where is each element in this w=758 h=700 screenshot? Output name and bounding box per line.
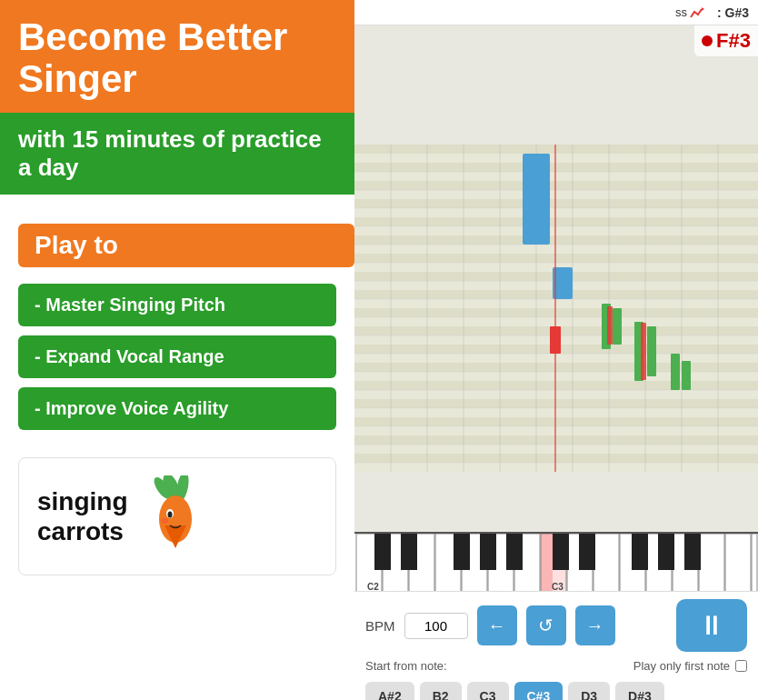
svg-rect-70 xyxy=(752,534,757,591)
benefits-list: - Master Singing Pitch - Expand Vocal Ra… xyxy=(18,284,336,430)
note-button-as2[interactable]: A#2 xyxy=(365,682,414,700)
hero-title: Become Better Singer xyxy=(0,0,354,113)
current-note-label: : G#3 xyxy=(717,5,749,20)
progress-link[interactable]: ss xyxy=(675,5,704,19)
note-bar-green-5 xyxy=(671,354,680,390)
chart-icon xyxy=(690,6,704,19)
svg-marker-8 xyxy=(702,7,704,11)
bpm-input[interactable] xyxy=(404,613,468,639)
note-bar-green-2 xyxy=(613,308,622,345)
carrot-logo-icon xyxy=(137,475,210,557)
svg-rect-80 xyxy=(684,534,701,570)
note-button-c3[interactable]: C3 xyxy=(467,682,509,700)
svg-point-6 xyxy=(167,512,172,518)
piano-roll-container: F#3 xyxy=(354,25,758,591)
note-buttons-row: A#2 B2 C3 C#3 D3 D#3 xyxy=(365,682,747,700)
svg-rect-78 xyxy=(632,534,648,570)
play-only-first-note: Play only first note xyxy=(633,659,747,673)
hero-title-text: Become Better Singer xyxy=(18,15,287,100)
key-label-c2: C2 xyxy=(367,582,379,591)
piano-keys-svg: C2 C3 xyxy=(354,534,758,591)
controls-row1: BPM ← ↺ → ⏸ xyxy=(365,599,747,652)
reset-button[interactable]: ↺ xyxy=(526,605,566,645)
svg-rect-64 xyxy=(593,534,619,591)
note-button-d3[interactable]: D3 xyxy=(568,682,610,700)
svg-rect-68 xyxy=(699,534,724,591)
note-button-b2[interactable]: B2 xyxy=(420,682,462,700)
note-button-cs3[interactable]: C#3 xyxy=(514,682,564,700)
note-bar-red-1 xyxy=(607,306,613,345)
svg-point-7 xyxy=(161,518,168,524)
svg-rect-75 xyxy=(506,534,523,570)
logo-text-line2: carrots xyxy=(37,516,128,547)
svg-rect-77 xyxy=(579,534,595,570)
prev-button[interactable]: ← xyxy=(477,605,517,645)
svg-rect-72 xyxy=(401,534,417,570)
benefit-item-3: - Improve Voice Agility xyxy=(18,387,336,430)
controls-area: BPM ← ↺ → ⏸ Start from note: Play only f… xyxy=(354,591,758,700)
key-label-c3: C3 xyxy=(552,582,564,591)
piano-keyboard: C2 C3 xyxy=(354,532,758,591)
note-button-ds3[interactable]: D#3 xyxy=(615,682,664,700)
hero-subtitle-text: with 15 minutes of practice a day xyxy=(18,125,322,181)
piano-roll-svg xyxy=(354,25,758,591)
hero-subtitle: with 15 minutes of practice a day xyxy=(0,113,354,195)
note-bar-green-4 xyxy=(647,326,656,376)
logo-area: singing carrots xyxy=(18,457,336,575)
benefit-item-1: - Master Singing Pitch xyxy=(18,284,336,326)
bpm-label: BPM xyxy=(365,618,395,634)
logo-text-line1: singing xyxy=(37,486,128,517)
left-panel: Become Better Singer with 15 minutes of … xyxy=(0,0,354,700)
play-to-label: Play to xyxy=(18,224,354,267)
note-block-blue-large xyxy=(523,154,550,245)
top-bar: ss : G#3 xyxy=(354,0,758,25)
svg-rect-79 xyxy=(658,534,674,570)
svg-rect-76 xyxy=(553,534,569,570)
note-active-red xyxy=(550,326,561,354)
controls-row2: Start from note: Play only first note xyxy=(365,659,747,673)
svg-rect-81 xyxy=(541,534,553,591)
play-pause-button[interactable]: ⏸ xyxy=(676,599,747,652)
benefit-item-2: - Expand Vocal Range xyxy=(18,335,336,378)
svg-rect-74 xyxy=(480,534,496,570)
next-button[interactable]: → xyxy=(575,605,615,645)
start-from-note-label: Start from note: xyxy=(365,659,447,673)
svg-rect-71 xyxy=(374,534,391,570)
playhead-line xyxy=(554,145,556,472)
svg-rect-69 xyxy=(725,534,751,591)
note-bar-green-6 xyxy=(682,361,691,390)
right-panel: ss : G#3 F#3 xyxy=(354,0,758,700)
note-bar-red-2 xyxy=(641,323,646,380)
first-note-checkbox-input[interactable] xyxy=(735,660,747,672)
svg-rect-73 xyxy=(454,534,470,570)
